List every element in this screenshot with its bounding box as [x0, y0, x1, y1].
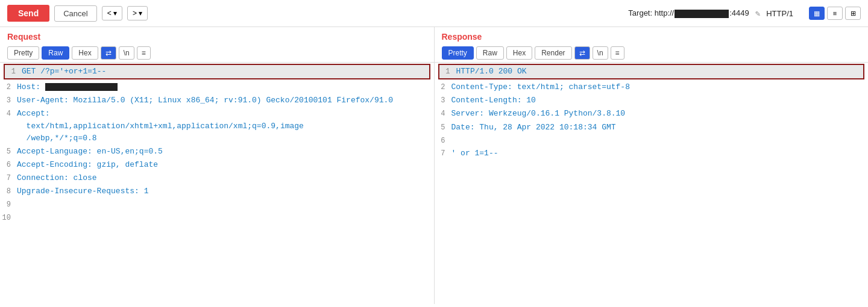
request-line-5: 5 Accept-Language: en-US,en;q=0.5 [0, 145, 434, 158]
tab-transfer-resp[interactable]: ⇄ [574, 46, 590, 60]
line-content-5: Accept-Language: en-US,en;q=0.5 [17, 146, 434, 158]
view-split-button[interactable]: ▦ [809, 7, 825, 20]
tab-hex-resp[interactable]: Hex [506, 46, 532, 60]
response-line-4: 4 Server: Werkzeug/0.16.1 Python/3.8.10 [435, 107, 869, 120]
line-content-2: Host: [17, 81, 434, 93]
request-panel: Request Pretty Raw Hex ⇄ \n ≡ 1 GET /?p=… [0, 27, 435, 304]
request-line-7: 7 Connection: close [0, 172, 434, 185]
host-redacted [45, 83, 118, 91]
resp-line-num-3: 3 [435, 95, 451, 107]
line-content-7: Connection: close [17, 172, 434, 184]
resp-line-num-6: 6 [435, 135, 451, 147]
line-num-8: 8 [0, 185, 17, 197]
resp-line-content-2: Content-Type: text/html; charset=utf-8 [451, 81, 869, 93]
view-grid-button[interactable]: ⊞ [845, 7, 861, 20]
resp-line-num-7: 7 [435, 147, 451, 160]
tab-transfer-req[interactable]: ⇄ [101, 46, 116, 60]
request-line-4: 4 Accept: text/html,application/xhtml+xm… [0, 107, 434, 144]
request-tab-bar: Pretty Raw Hex ⇄ \n ≡ [7, 46, 427, 60]
resp-line-num-4: 4 [435, 108, 451, 120]
request-line-1: 1 GET /?p='+or+1=1-- [5, 65, 429, 78]
tab-newline-resp[interactable]: \n [593, 46, 608, 60]
response-panel: Response Pretty Raw Hex Render ⇄ \n ≡ 1 … [435, 27, 869, 304]
tab-menu-req[interactable]: ≡ [137, 46, 151, 60]
response-line-5: 5 Date: Thu, 28 Apr 2022 10:18:34 GMT [435, 121, 869, 134]
toolbar-right: Target: http://:4449 ✎ HTTP/1 ▦ ≡ ⊞ [628, 7, 861, 20]
target-prefix: Target: http:// [628, 8, 674, 17]
line-num-1: 1 [5, 66, 22, 78]
prev-button[interactable]: < ▾ [102, 6, 122, 20]
line-content-4: Accept: text/html,application/xhtml+xml,… [17, 108, 434, 144]
tab-render-resp[interactable]: Render [535, 46, 571, 60]
tab-newline-req[interactable]: \n [119, 46, 134, 60]
edit-icon[interactable]: ✎ [755, 8, 760, 19]
tab-pretty-req[interactable]: Pretty [7, 46, 39, 60]
response-line-6: 6 [435, 134, 869, 147]
tab-hex-req[interactable]: Hex [72, 46, 98, 60]
response-title: Response [442, 32, 861, 42]
tab-raw-resp[interactable]: Raw [476, 46, 504, 60]
request-highlight-box: 1 GET /?p='+or+1=1-- [4, 64, 430, 79]
toolbar: Send Cancel < ▾ > ▾ Target: http://:4449… [0, 0, 868, 27]
line-num-6: 6 [0, 159, 17, 171]
line-content-3: User-Agent: Mozilla/5.0 (X11; Linux x86_… [17, 95, 434, 107]
line-num-2: 2 [0, 81, 17, 93]
main-content: Request Pretty Raw Hex ⇄ \n ≡ 1 GET /?p=… [0, 27, 868, 304]
send-button[interactable]: Send [7, 5, 49, 22]
tab-pretty-resp[interactable]: Pretty [442, 46, 474, 60]
request-title: Request [7, 32, 427, 42]
resp-line-content-3: Content-Length: 10 [451, 95, 869, 107]
response-tab-bar: Pretty Raw Hex Render ⇄ \n ≡ [442, 46, 861, 60]
next-button[interactable]: > ▾ [127, 6, 148, 20]
target-port: :4449 [729, 8, 749, 17]
request-line-10: 10 [0, 211, 434, 225]
view-list-button[interactable]: ≡ [827, 7, 843, 20]
request-line-9: 9 [0, 198, 434, 211]
request-line-6: 6 Accept-Encoding: gzip, deflate [0, 158, 434, 172]
resp-line-content-4: Server: Werkzeug/0.16.1 Python/3.8.10 [451, 108, 869, 120]
view-toggles: ▦ ≡ ⊞ [809, 7, 861, 20]
request-code-area[interactable]: 1 GET /?p='+or+1=1-- 2 Host: 3 User-Agen… [0, 63, 434, 304]
response-line-3: 3 Content-Length: 10 [435, 94, 869, 107]
response-line-7: 7 ' or 1=1-- [435, 147, 869, 160]
target-host-redacted [675, 10, 729, 18]
cancel-button[interactable]: Cancel [54, 5, 96, 22]
resp-line-content-1: HTTP/1.0 200 OK [456, 66, 864, 78]
line-content-1: GET /?p='+or+1=1-- [22, 66, 429, 78]
line-content-8: Upgrade-Insecure-Requests: 1 [17, 185, 434, 197]
http-version: HTTP/1 [766, 9, 793, 18]
response-highlight-box: 1 HTTP/1.0 200 OK [438, 64, 865, 79]
request-header: Request Pretty Raw Hex ⇄ \n ≡ [0, 27, 434, 63]
line-num-5: 5 [0, 146, 17, 158]
response-line-1: 1 HTTP/1.0 200 OK [439, 65, 864, 78]
response-header: Response Pretty Raw Hex Render ⇄ \n ≡ [435, 27, 869, 63]
target-label: Target: http://:4449 [628, 8, 749, 18]
response-line-2: 2 Content-Type: text/html; charset=utf-8 [435, 81, 869, 94]
resp-line-num-5: 5 [435, 122, 451, 134]
resp-line-num-2: 2 [435, 81, 451, 93]
line-num-10: 10 [0, 212, 17, 224]
tab-raw-req[interactable]: Raw [42, 46, 69, 60]
resp-line-num-1: 1 [439, 66, 456, 78]
tab-menu-resp[interactable]: ≡ [611, 46, 624, 60]
resp-line-content-7: ' or 1=1-- [451, 147, 869, 160]
resp-line-content-5: Date: Thu, 28 Apr 2022 10:18:34 GMT [451, 122, 869, 134]
line-content-6: Accept-Encoding: gzip, deflate [17, 159, 434, 171]
request-line-2: 2 Host: [0, 81, 434, 94]
line-num-4: 4 [0, 108, 17, 120]
response-code-area[interactable]: 1 HTTP/1.0 200 OK 2 Content-Type: text/h… [435, 63, 869, 304]
line-num-3: 3 [0, 95, 17, 107]
request-line-3: 3 User-Agent: Mozilla/5.0 (X11; Linux x8… [0, 94, 434, 107]
request-line-8: 8 Upgrade-Insecure-Requests: 1 [0, 185, 434, 198]
line-num-7: 7 [0, 172, 17, 184]
line-num-9: 9 [0, 199, 17, 211]
